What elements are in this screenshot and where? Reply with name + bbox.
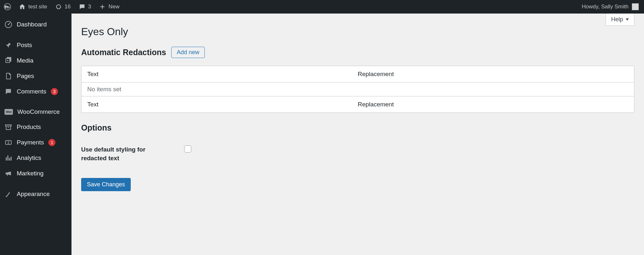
sidebar-item-label: Comments: [17, 88, 46, 95]
site-name: test site: [28, 4, 47, 10]
table-footer: Text Replacement: [81, 96, 634, 113]
menu-separator: [0, 99, 71, 104]
payments-icon: $: [5, 139, 12, 146]
empty-message: No items set: [87, 86, 121, 93]
sidebar-item-label: WooCommerce: [17, 108, 60, 115]
page-title: Eyes Only: [81, 26, 634, 38]
wp-logo[interactable]: [0, 0, 15, 14]
wordpress-icon: [4, 3, 11, 10]
chart-icon: [5, 154, 12, 162]
brush-icon: [5, 190, 12, 198]
chevron-down-icon: [626, 18, 629, 21]
site-link[interactable]: test site: [15, 0, 51, 14]
comment-icon: [5, 88, 12, 95]
sidebar-item-label: Marketing: [17, 170, 43, 177]
sidebar-item-appearance[interactable]: Appearance: [0, 186, 71, 202]
sidebar-item-label: Analytics: [17, 154, 41, 162]
help-tab[interactable]: Help: [606, 14, 634, 26]
sidebar-item-analytics[interactable]: Analytics: [0, 150, 71, 166]
refresh-icon: [55, 3, 62, 10]
svg-point-3: [7, 60, 8, 61]
menu-separator: [0, 32, 71, 37]
comments-count: 3: [88, 4, 91, 10]
sidebar-item-media[interactable]: Media: [0, 53, 71, 68]
new-link[interactable]: New: [95, 0, 123, 14]
main-content: Help Eyes Only Automatic Redactions Add …: [71, 14, 644, 204]
table-header: Text Replacement: [81, 66, 634, 82]
add-new-button[interactable]: Add new: [171, 47, 205, 58]
option-default-styling: Use default styling for redacted text: [81, 145, 634, 162]
help-label: Help: [611, 16, 623, 23]
sidebar-item-label: Payments: [17, 139, 44, 146]
woo-icon: Woo: [5, 109, 13, 115]
sidebar-item-comments[interactable]: Comments 3: [0, 84, 71, 99]
megaphone-icon: [5, 170, 12, 177]
pin-icon: [5, 41, 12, 49]
sidebar-item-posts[interactable]: Posts: [0, 37, 71, 53]
menu-separator: [0, 181, 71, 186]
sidebar-item-label: Appearance: [17, 191, 50, 198]
col-text-footer: Text: [87, 101, 358, 108]
table-empty-row: No items set: [81, 82, 634, 96]
toolbar-right[interactable]: Howdy, Sally Smith: [582, 3, 641, 10]
avatar: [632, 3, 639, 10]
sidebar-item-pages[interactable]: Pages: [0, 68, 71, 84]
sidebar-item-woocommerce[interactable]: Woo WooCommerce: [0, 104, 71, 119]
howdy-text: Howdy, Sally Smith: [582, 4, 629, 10]
svg-point-2: [8, 24, 9, 25]
plus-icon: [99, 3, 106, 10]
home-icon: [19, 3, 26, 10]
media-icon: [5, 57, 12, 64]
sidebar-item-label: Pages: [17, 73, 34, 80]
option-label: Use default styling for redacted text: [81, 145, 165, 162]
redactions-heading-row: Automatic Redactions Add new: [81, 47, 634, 58]
payments-badge: 1: [48, 139, 55, 146]
sidebar-item-dashboard[interactable]: Dashboard: [0, 17, 71, 32]
default-styling-checkbox[interactable]: [184, 145, 191, 152]
comments-link[interactable]: 3: [75, 0, 95, 14]
updates-count: 16: [65, 4, 71, 10]
archive-icon: [5, 123, 12, 131]
sidebar-item-label: Products: [17, 123, 41, 131]
sidebar-item-marketing[interactable]: Marketing: [0, 166, 71, 181]
admin-sidebar: Dashboard Posts Media Pages Comments 3 W…: [0, 14, 71, 204]
col-replacement-header: Replacement: [358, 71, 628, 78]
redactions-heading: Automatic Redactions: [81, 48, 166, 57]
sidebar-item-label: Media: [17, 57, 33, 64]
sidebar-item-label: Posts: [17, 42, 32, 49]
admin-toolbar: test site 16 3 New Howdy, Sally Smith: [0, 0, 644, 14]
updates-link[interactable]: 16: [51, 0, 75, 14]
toolbar-left: test site 16 3 New: [0, 0, 123, 14]
sidebar-item-products[interactable]: Products: [0, 119, 71, 135]
redactions-table: Text Replacement No items set Text Repla…: [81, 66, 634, 113]
col-text-header: Text: [87, 71, 358, 78]
sidebar-item-label: Dashboard: [17, 21, 47, 28]
options-heading: Options: [81, 123, 634, 132]
dashboard-icon: [5, 21, 12, 28]
col-replacement-footer: Replacement: [358, 101, 628, 108]
sidebar-item-payments[interactable]: $ Payments 1: [0, 135, 71, 150]
save-button[interactable]: Save Changes: [81, 178, 131, 191]
comments-badge: 3: [51, 88, 58, 95]
new-label: New: [109, 4, 119, 10]
pages-icon: [5, 72, 12, 80]
comment-icon: [79, 3, 86, 10]
svg-text:$: $: [7, 141, 9, 144]
